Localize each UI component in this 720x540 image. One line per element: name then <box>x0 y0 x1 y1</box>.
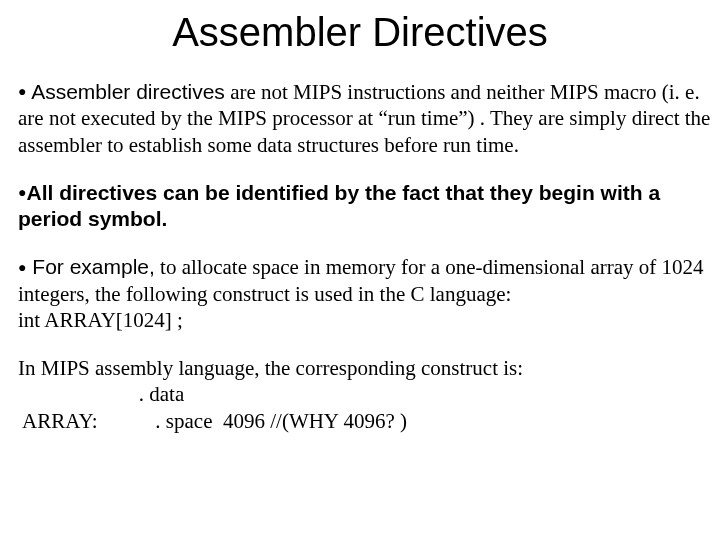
p4-code-line-1: . data <box>18 381 716 407</box>
slide: Assembler Directives ● Assembler directi… <box>0 0 720 540</box>
bullet-icon: ● <box>18 83 26 101</box>
p4-intro: In MIPS assembly language, the correspon… <box>18 355 716 381</box>
slide-title: Assembler Directives <box>0 10 720 55</box>
paragraph-1: ● Assembler directives are not MIPS inst… <box>18 79 716 158</box>
p3-code: int ARRAY[1024] ; <box>18 307 716 333</box>
paragraph-4: In MIPS assembly language, the correspon… <box>18 355 716 434</box>
bullet-icon: ● <box>18 184 26 202</box>
p2-text: All directives can be identified by the … <box>18 181 660 230</box>
p3-lead: For example, <box>26 255 154 278</box>
paragraph-2: ●All directives can be identified by the… <box>18 180 716 233</box>
paragraph-3: ● For example, to allocate space in memo… <box>18 254 716 333</box>
p4-code-line-2: ARRAY: . space 4096 //(WHY 4096? ) <box>18 408 716 434</box>
bullet-icon: ● <box>18 259 26 277</box>
p1-lead: Assembler directives <box>26 80 224 103</box>
slide-content: ● Assembler directives are not MIPS inst… <box>0 79 720 434</box>
